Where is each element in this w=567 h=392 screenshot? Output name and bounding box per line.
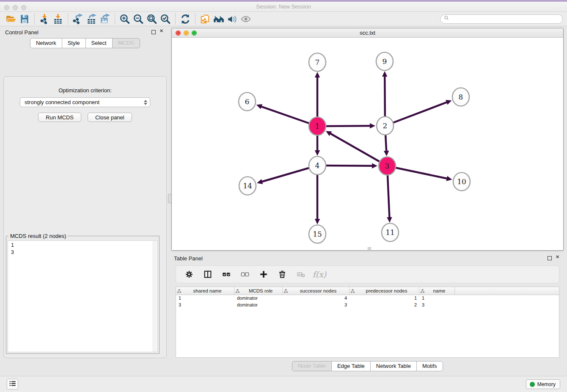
- unchecked-boxes-button[interactable]: [238, 267, 252, 282]
- tab-motifs[interactable]: Motifs: [416, 361, 443, 371]
- table-row[interactable]: 1dominator411: [176, 295, 559, 302]
- node-2[interactable]: 2: [377, 117, 394, 135]
- table-cell: 1: [350, 295, 419, 302]
- node-3[interactable]: 3: [379, 157, 396, 175]
- network-document-button[interactable]: [198, 13, 212, 25]
- run-mcds-button[interactable]: Run MCDS: [38, 113, 81, 122]
- control-panel-title: Control Panel: [5, 29, 39, 36]
- column-header-predecessor-nodes[interactable]: predecessor nodes: [350, 287, 419, 295]
- import-table-button[interactable]: [51, 13, 65, 25]
- close-panel-icon[interactable]: [160, 28, 165, 36]
- export-network-button[interactable]: [71, 13, 85, 25]
- column-label: predecessor nodes: [355, 288, 418, 293]
- mcds-result-textarea[interactable]: 13: [8, 240, 158, 352]
- houses-button[interactable]: [212, 13, 226, 25]
- node-1[interactable]: 1: [309, 117, 326, 135]
- tab-network[interactable]: Network: [30, 38, 62, 48]
- tab-node-table[interactable]: Node Table: [292, 361, 332, 371]
- toolbar-separator: [34, 14, 35, 25]
- table-row[interactable]: 3dominator323: [176, 302, 559, 309]
- edge-3-10[interactable]: [387, 166, 447, 179]
- eye-button[interactable]: [239, 13, 253, 25]
- checked-boxes-button[interactable]: [219, 267, 234, 282]
- close-x-icon: [556, 255, 561, 260]
- node-9[interactable]: 9: [376, 52, 393, 71]
- node-6[interactable]: 6: [239, 93, 256, 111]
- node-8[interactable]: 8: [452, 88, 469, 106]
- split-columns-button[interactable]: [201, 267, 215, 282]
- close-window-icon[interactable]: [4, 5, 9, 10]
- export-image-button[interactable]: [98, 13, 112, 25]
- node-label: 1: [315, 122, 320, 130]
- tab-network-table[interactable]: Network Table: [370, 361, 417, 371]
- edge-3-1[interactable]: [330, 133, 387, 166]
- tree-icon: [235, 289, 240, 293]
- function-icon: f(x): [313, 270, 327, 279]
- plus-button[interactable]: [256, 267, 271, 282]
- float-table-panel-icon[interactable]: [548, 256, 552, 260]
- trash-button[interactable]: [275, 267, 289, 282]
- zoom-selected-button[interactable]: [159, 13, 172, 25]
- network-document-icon: [200, 14, 211, 25]
- close-table-panel-icon[interactable]: [556, 254, 561, 262]
- search-box[interactable]: [440, 14, 563, 24]
- node-table[interactable]: shared nameMCDS rolesuccessor nodesprede…: [176, 287, 559, 358]
- column-header-MCDS-role[interactable]: MCDS role: [234, 287, 283, 295]
- arrowhead-2-9: [382, 71, 387, 77]
- network-canvas[interactable]: 1234678910111415: [172, 38, 563, 250]
- tab-style[interactable]: Style: [62, 38, 86, 48]
- optimization-criterion-select[interactable]: strongly connected component: [20, 97, 150, 107]
- tab-mcds[interactable]: MCDS: [112, 38, 140, 48]
- status-bar: Memory: [0, 376, 567, 392]
- floppy-save-button[interactable]: [18, 13, 31, 25]
- close-panel-button[interactable]: Close panel: [88, 113, 132, 122]
- refresh-layout-button[interactable]: [179, 13, 192, 25]
- table-cell: dominator: [234, 295, 283, 302]
- table-cell: 3: [283, 302, 350, 309]
- minimize-window-icon[interactable]: [13, 5, 18, 10]
- tab-select[interactable]: Select: [85, 38, 113, 48]
- node-14[interactable]: 14: [239, 177, 256, 195]
- search-input[interactable]: [452, 16, 559, 22]
- network-window-titlebar[interactable]: × − + scc.txt: [172, 28, 563, 38]
- zoom-out-button[interactable]: [132, 13, 145, 25]
- table-cell: 1: [419, 295, 455, 302]
- network-close-icon[interactable]: ×: [176, 30, 181, 36]
- mcds-result-lines: 13: [8, 241, 157, 257]
- column-header-successor-nodes[interactable]: successor nodes: [283, 287, 350, 295]
- refresh-layout-icon: [180, 14, 191, 25]
- node-4[interactable]: 4: [309, 157, 326, 175]
- export-table-button[interactable]: [85, 13, 98, 25]
- task-list-button[interactable]: [7, 379, 18, 389]
- column-label: name: [425, 288, 454, 293]
- arrowhead-4-14: [257, 179, 263, 184]
- edge-2-8[interactable]: [385, 102, 447, 126]
- gear-button[interactable]: [182, 267, 196, 282]
- node-label: 6: [245, 97, 250, 106]
- window-title: Session: New Session: [256, 3, 311, 10]
- float-panel-icon[interactable]: [151, 30, 156, 34]
- megaphone-button[interactable]: [226, 13, 239, 25]
- memory-button[interactable]: Memory: [526, 379, 560, 389]
- toolbar-separator: [195, 14, 195, 25]
- network-minimize-icon[interactable]: −: [184, 30, 189, 36]
- folder-open-button[interactable]: [4, 13, 18, 25]
- memory-label: Memory: [537, 381, 556, 387]
- zoom-fit-button[interactable]: [145, 13, 159, 25]
- tab-edge-table[interactable]: Edge Table: [331, 361, 371, 371]
- node-7[interactable]: 7: [309, 53, 326, 72]
- result-scrollbar[interactable]: [153, 241, 157, 352]
- network-resize-grip[interactable]: [368, 247, 371, 250]
- zoom-in-button[interactable]: [118, 13, 132, 25]
- zoom-fit-icon: [146, 14, 157, 25]
- node-10[interactable]: 10: [453, 173, 470, 191]
- column-header-shared-name[interactable]: shared name: [176, 287, 234, 295]
- node-11[interactable]: 11: [382, 224, 399, 242]
- network-maximize-icon[interactable]: +: [192, 30, 197, 36]
- arrowhead-1-4: [315, 150, 320, 156]
- arrowhead-1-6: [256, 104, 262, 109]
- maximize-window-icon[interactable]: [21, 5, 26, 10]
- import-network-button[interactable]: [38, 13, 51, 25]
- node-15[interactable]: 15: [309, 225, 326, 243]
- column-header-name[interactable]: name: [419, 287, 455, 295]
